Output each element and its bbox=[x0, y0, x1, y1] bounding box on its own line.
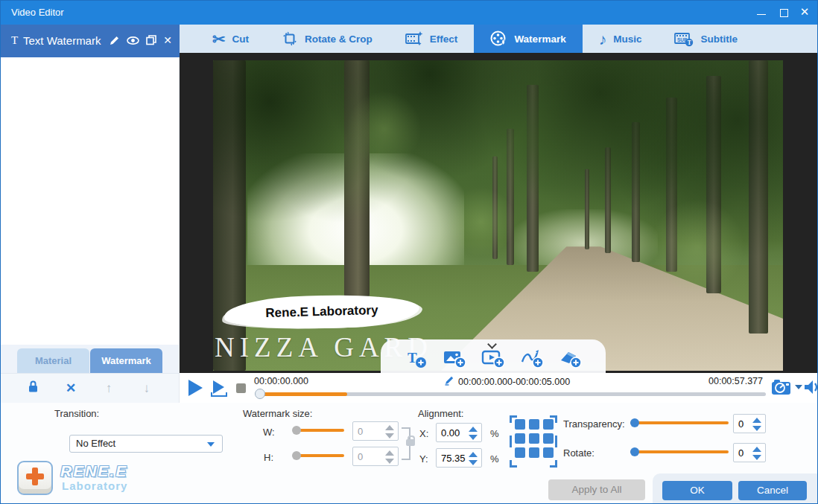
add-text-watermark-icon[interactable]: T bbox=[405, 348, 428, 369]
edit-range-icon[interactable] bbox=[444, 375, 454, 389]
add-image-watermark-icon[interactable] bbox=[443, 348, 466, 369]
rotate-input[interactable] bbox=[738, 444, 753, 461]
align-top-right[interactable] bbox=[543, 419, 554, 430]
x-increment[interactable] bbox=[469, 427, 478, 432]
move-up-icon[interactable]: ↑ bbox=[100, 381, 118, 396]
lock-icon[interactable] bbox=[24, 380, 42, 396]
width-increment[interactable] bbox=[385, 425, 394, 430]
minimize-button[interactable] bbox=[750, 1, 773, 23]
x-input[interactable] bbox=[441, 424, 468, 441]
video-preview-area: Rene.E Laboratory NIZZA GARD T bbox=[180, 53, 818, 373]
align-bottom-right[interactable] bbox=[543, 447, 554, 458]
tab-subtitle[interactable]: SUBT Subtitle bbox=[658, 25, 754, 53]
tab-cut[interactable]: ✂ Cut bbox=[196, 25, 265, 53]
watermark-settings-panel: Transition: No Effect Watermark size: W:… bbox=[1, 403, 818, 504]
confirm-panel: OK Cancel bbox=[653, 473, 818, 504]
y-unit: % bbox=[490, 453, 499, 465]
x-decrement[interactable] bbox=[469, 435, 478, 440]
play-segment-button[interactable] bbox=[211, 380, 229, 397]
maximize-button[interactable] bbox=[773, 1, 795, 23]
titlebar: Video Editor ✕ bbox=[1, 1, 818, 25]
align-top-center[interactable] bbox=[529, 419, 539, 430]
tab-music[interactable]: ♪ Music bbox=[583, 25, 659, 53]
timeline-slider[interactable] bbox=[258, 389, 766, 399]
transparency-spinner bbox=[733, 414, 766, 433]
watermark-layer-header: T Text Watermark ✕ bbox=[1, 25, 180, 57]
height-increment[interactable] bbox=[385, 450, 394, 456]
playhead-handle[interactable] bbox=[255, 389, 265, 399]
width-slider[interactable] bbox=[294, 426, 344, 435]
rotate-label: Rotate: bbox=[563, 447, 595, 459]
delete-layer-icon[interactable]: ✕ bbox=[163, 34, 172, 46]
effect-film-icon bbox=[405, 31, 423, 47]
erase-watermark-icon[interactable] bbox=[558, 348, 582, 369]
x-unit: % bbox=[490, 428, 499, 439]
align-middle-center[interactable] bbox=[529, 433, 539, 444]
add-doodle-watermark-icon[interactable] bbox=[520, 348, 544, 369]
watermark-duration-segment[interactable] bbox=[264, 392, 347, 396]
width-decrement[interactable] bbox=[385, 433, 394, 438]
transparency-increment[interactable] bbox=[752, 418, 761, 423]
add-video-watermark-icon[interactable] bbox=[481, 348, 505, 369]
align-top-left[interactable] bbox=[515, 419, 525, 430]
height-decrement[interactable] bbox=[385, 459, 394, 464]
renee-key-logo-icon bbox=[17, 461, 53, 495]
tab-effect[interactable]: Effect bbox=[389, 25, 475, 53]
edit-icon[interactable] bbox=[109, 35, 120, 46]
duplicate-icon[interactable] bbox=[146, 35, 156, 45]
play-button[interactable] bbox=[188, 380, 203, 396]
tab-watermark[interactable]: Watermark bbox=[474, 25, 582, 53]
video-frame[interactable]: Rene.E Laboratory NIZZA GARD bbox=[213, 60, 783, 371]
rotate-slider[interactable] bbox=[630, 447, 729, 456]
transition-dropdown[interactable]: No Effect bbox=[69, 435, 223, 453]
y-spinner bbox=[436, 448, 482, 468]
transparency-decrement[interactable] bbox=[752, 426, 761, 431]
tab-watermark[interactable]: Watermark bbox=[90, 348, 162, 373]
move-down-icon[interactable]: ↓ bbox=[138, 381, 156, 396]
height-input[interactable] bbox=[358, 448, 384, 465]
scissors-icon: ✂ bbox=[212, 31, 226, 47]
snapshot-dropdown-icon[interactable] bbox=[795, 385, 802, 389]
aspect-lock-icon[interactable] bbox=[402, 427, 410, 460]
volume-icon[interactable] bbox=[804, 379, 818, 398]
alignment-label: Alignment: bbox=[418, 408, 463, 419]
align-bottom-left[interactable] bbox=[515, 447, 525, 458]
apply-to-all-button[interactable]: Apply to All bbox=[548, 479, 645, 500]
watermark-list-panel[interactable] bbox=[1, 57, 180, 345]
width-spinner bbox=[352, 421, 399, 441]
width-input[interactable] bbox=[358, 423, 384, 439]
align-middle-left[interactable] bbox=[515, 433, 525, 444]
transparency-slider[interactable] bbox=[630, 418, 729, 427]
y-input[interactable] bbox=[441, 450, 468, 466]
collapse-chevron-icon[interactable] bbox=[489, 341, 498, 347]
x-spinner bbox=[436, 423, 482, 442]
watermark-text: Rene.E Laboratory bbox=[265, 303, 378, 321]
rotate-increment[interactable] bbox=[752, 447, 761, 452]
text-type-icon: T bbox=[11, 34, 18, 47]
height-slider[interactable] bbox=[294, 451, 344, 460]
transparency-input[interactable] bbox=[738, 415, 753, 432]
cancel-button[interactable]: Cancel bbox=[738, 481, 807, 500]
visibility-eye-icon[interactable] bbox=[127, 36, 139, 45]
brand-name: RENE.E bbox=[60, 462, 127, 480]
ok-button[interactable]: OK bbox=[662, 481, 732, 500]
x-label: X: bbox=[419, 428, 428, 439]
height-label: H: bbox=[264, 452, 273, 463]
y-label: Y: bbox=[419, 453, 428, 465]
align-bottom-center[interactable] bbox=[529, 447, 539, 458]
stop-button[interactable] bbox=[236, 383, 246, 393]
close-button[interactable]: ✕ bbox=[793, 1, 816, 23]
alignment-grid bbox=[510, 415, 557, 468]
y-increment[interactable] bbox=[469, 452, 478, 457]
remove-icon[interactable]: ✕ bbox=[62, 380, 80, 396]
height-spinner bbox=[352, 447, 399, 466]
tab-rotate-crop[interactable]: Rotate & Crop bbox=[265, 25, 389, 53]
y-decrement[interactable] bbox=[469, 460, 478, 465]
rotate-decrement[interactable] bbox=[752, 455, 761, 460]
brand-subtitle: Laboratory bbox=[62, 479, 127, 492]
music-note-icon: ♪ bbox=[599, 31, 607, 47]
align-middle-right[interactable] bbox=[543, 433, 554, 444]
rotate-spinner bbox=[733, 443, 766, 462]
snapshot-camera-icon[interactable] bbox=[771, 379, 792, 398]
tab-material[interactable]: Material bbox=[17, 348, 89, 373]
